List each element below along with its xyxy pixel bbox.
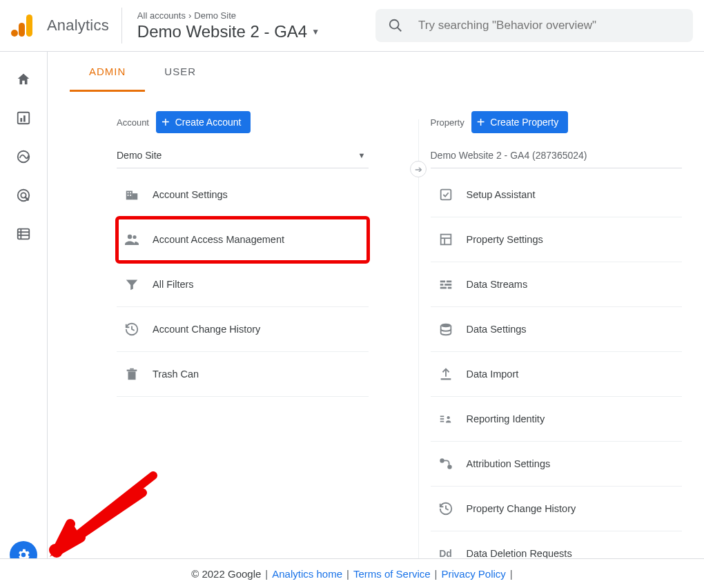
column-divider [418,119,419,588]
svg-rect-40 [440,421,444,422]
menu-attribution-settings[interactable]: Attribution Settings [431,442,683,487]
menu-label: Reporting Identity [467,413,545,424]
footer-sep: | [510,568,513,580]
layout-icon [438,231,454,248]
nav-explore-icon[interactable] [15,148,32,165]
property-column: Property + Create Property Demo Website … [431,111,683,576]
property-column-header: Property + Create Property [431,111,683,133]
svg-rect-25 [127,370,137,371]
svg-rect-6 [20,118,22,122]
menu-data-settings[interactable]: Data Settings [431,307,683,352]
svg-point-9 [18,151,30,163]
plus-icon: + [477,115,485,129]
svg-rect-17 [133,193,137,199]
account-label: Account [117,117,149,128]
filter-icon [124,276,140,293]
checklist-icon [438,186,454,203]
breadcrumb: All accounts › Demo Site [137,10,320,21]
svg-rect-26 [130,369,134,370]
svg-point-37 [440,324,451,328]
menu-label: Data Import [467,369,519,380]
account-menu: Account Settings Account Access Manageme… [117,173,369,397]
search-icon [388,18,403,33]
app-header: Analytics All accounts › Demo Site Demo … [0,0,704,52]
footer-link-analytics-home[interactable]: Analytics home [272,568,342,580]
svg-rect-18 [128,192,129,193]
svg-rect-36 [447,287,451,289]
property-picker[interactable]: Demo Website 2 - GA4 ▼ [137,22,320,41]
menu-account-access-management[interactable]: Account Access Management [117,217,369,262]
search-box[interactable] [375,9,693,42]
menu-label: Setup Assistant [467,189,536,200]
menu-property-settings[interactable]: Property Settings [431,217,683,262]
svg-rect-39 [440,418,444,420]
svg-rect-12 [18,229,30,239]
menu-account-settings[interactable]: Account Settings [117,173,369,217]
svg-point-22 [128,235,132,239]
chevron-right-icon: › [188,10,191,21]
svg-rect-16 [126,191,133,200]
svg-rect-7 [23,115,26,121]
column-toggle-icon[interactable]: ➔ [410,161,427,177]
svg-rect-27 [440,190,451,200]
svg-rect-0 [26,14,32,37]
footer-sep: | [435,568,438,580]
menu-data-streams[interactable]: Data Streams [431,262,683,307]
tab-user[interactable]: USER [145,52,215,92]
svg-point-41 [447,416,449,419]
history-icon [124,321,140,337]
menu-trash-can[interactable]: Trash Can [117,352,369,397]
svg-rect-1 [19,23,25,37]
footer-link-terms[interactable]: Terms of Service [353,568,431,580]
menu-label: Data Settings [467,324,527,335]
brand-name: Analytics [47,17,109,35]
nav-advertising-icon[interactable] [15,187,32,204]
database-icon [438,321,454,337]
left-nav-rail [0,52,48,588]
create-account-button[interactable]: + Create Account [156,111,251,133]
building-icon [124,186,140,203]
menu-label: Trash Can [153,369,199,380]
main-content: ADMIN USER ➔ Account + Create Account De… [48,52,704,558]
menu-account-change-history[interactable]: Account Change History [117,307,369,352]
svg-rect-35 [440,287,446,289]
account-column: Account + Create Account Demo Site ▼ Acc… [117,111,369,576]
admin-columns: ➔ Account + Create Account Demo Site ▼ A… [48,92,704,576]
nav-home-icon[interactable] [15,71,32,88]
create-property-label: Create Property [490,117,558,128]
tab-admin[interactable]: ADMIN [70,52,145,92]
breadcrumb-root: All accounts [137,10,186,21]
nav-reports-icon[interactable] [15,110,32,126]
plus-icon: + [162,115,170,129]
create-account-label: Create Account [175,117,242,128]
account-picker[interactable]: Demo Site ▼ [117,143,369,168]
svg-point-2 [11,30,18,37]
create-property-button[interactable]: + Create Property [471,111,569,133]
property-menu: Setup Assistant Property Settings Data S… [431,173,683,576]
menu-label: Property Settings [467,234,543,245]
menu-setup-assistant[interactable]: Setup Assistant [431,173,683,217]
property-selector[interactable]: All accounts › Demo Site Demo Website 2 … [137,10,320,41]
breadcrumb-site: Demo Site [194,10,236,21]
menu-reporting-identity[interactable]: Reporting Identity [431,397,683,442]
attribution-icon [438,455,454,472]
menu-data-import[interactable]: Data Import [431,352,683,397]
menu-label: Account Change History [153,324,260,335]
menu-label: All Filters [153,279,194,290]
footer-link-privacy[interactable]: Privacy Policy [442,568,506,580]
menu-label: Data Deletion Requests [467,548,572,559]
property-picker-value: Demo Website 2 - GA4 (287365024) [431,143,683,168]
caret-down-icon: ▼ [358,151,366,159]
menu-property-change-history[interactable]: Property Change History [431,487,683,531]
search-input[interactable] [418,19,681,32]
admin-tabs: ADMIN USER [48,52,704,92]
nav-configure-icon[interactable] [15,226,32,242]
svg-rect-19 [130,192,131,193]
svg-rect-31 [440,281,444,283]
people-icon [124,231,140,248]
svg-rect-24 [128,371,136,380]
upload-icon [438,366,454,382]
menu-all-filters[interactable]: All Filters [117,262,369,307]
identity-icon [438,411,454,427]
menu-label: Attribution Settings [467,458,551,469]
